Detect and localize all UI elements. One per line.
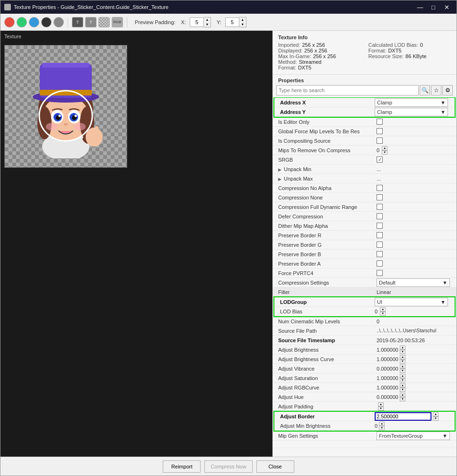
adj-brightness-down[interactable]: ▼: [400, 350, 405, 354]
properties-scroll[interactable]: Address X Clamp ▼ Address Y: [272, 97, 457, 457]
toolbar-btn-rgb[interactable]: RGB: [112, 17, 123, 27]
adj-border-up[interactable]: ▲: [433, 412, 439, 416]
app-icon: [4, 4, 11, 10]
prop-value-adj-saturation: 1.000000 ▲ ▼: [377, 374, 455, 382]
prop-row-srgb: SRGB: [272, 155, 457, 164]
prop-value-unpack-min: ...: [377, 166, 455, 172]
prop-value-adj-rgbcurve: 1.000000 ▲ ▼: [377, 383, 455, 392]
is-editor-only-checkbox[interactable]: [377, 119, 383, 125]
srgb-checkbox[interactable]: [377, 156, 383, 163]
defer-comp-checkbox[interactable]: [377, 213, 383, 219]
mip-gen-arrow: ▼: [442, 433, 448, 439]
y-spin-down[interactable]: ▼: [239, 22, 246, 27]
bookmark-button[interactable]: ☆: [431, 85, 441, 95]
x-spin-up[interactable]: ▲: [204, 17, 211, 22]
x-spin-down[interactable]: ▼: [204, 22, 211, 27]
displayed-value: 256 x 256: [304, 48, 327, 53]
adj-padding-down[interactable]: ▼: [378, 407, 384, 411]
lodgroup-arrow: ▼: [440, 299, 446, 305]
mip-gen-dropdown[interactable]: FromTextureGroup ▼: [377, 432, 450, 440]
mips-remove-up[interactable]: ▲: [382, 146, 387, 150]
adj-vibrance-down[interactable]: ▼: [400, 369, 405, 373]
toolbar-btn-blue[interactable]: [29, 17, 39, 27]
adj-min-brightness-up[interactable]: ▲: [379, 422, 385, 426]
prop-row-preserve-a: Preserve Border A: [272, 259, 457, 268]
preserve-a-checkbox[interactable]: [377, 260, 383, 267]
toolbar-btn-red[interactable]: [4, 17, 15, 27]
mips-remove-down[interactable]: ▼: [382, 150, 387, 155]
svg-point-21: [74, 123, 86, 130]
adj-rgbcurve-down[interactable]: ▼: [400, 388, 405, 392]
padding-x-input[interactable]: ▲ ▼: [190, 17, 211, 27]
lodgroup-dropdown[interactable]: UI ▼: [375, 298, 448, 306]
prop-row-preserve-b: Preserve Border B: [272, 250, 457, 259]
toolbar-btn-texture2[interactable]: T: [85, 17, 97, 27]
adj-hue-down[interactable]: ▼: [400, 397, 405, 401]
comp-settings-dropdown[interactable]: Default ▼: [377, 278, 450, 287]
adj-min-brightness-down[interactable]: ▼: [379, 426, 385, 430]
prop-name-num-cinematic: Num Cinematic Mip Levels: [274, 319, 377, 324]
properties-section: Properties 🔍 ☆ ⚙ Address X Clam: [272, 75, 457, 457]
adj-vibrance-up[interactable]: ▲: [400, 364, 405, 369]
reimport-button[interactable]: Reimport: [163, 460, 201, 473]
prop-row-empty1: [272, 441, 457, 448]
close-button[interactable]: ✕: [440, 2, 453, 12]
adj-padding-up[interactable]: ▲: [378, 402, 384, 407]
preserve-b-checkbox[interactable]: [377, 251, 383, 257]
format-right-value: DXT5: [388, 48, 401, 53]
prop-value-preserve-g: [377, 242, 455, 248]
minimize-button[interactable]: —: [414, 2, 426, 12]
adj-border-spin: ▲ ▼: [433, 412, 439, 421]
address-x-dropdown[interactable]: Clamp ▼: [375, 98, 448, 107]
adj-brightness-up[interactable]: ▲: [400, 346, 405, 350]
lod-bias-up[interactable]: ▲: [380, 307, 386, 312]
prop-row-filter: Filter Linear: [272, 287, 457, 297]
prop-name-unpack-min: ▶ Unpack Min: [274, 166, 377, 172]
address-y-value: Clamp: [377, 109, 392, 115]
adj-border-down[interactable]: ▼: [433, 416, 439, 421]
adj-hue-up[interactable]: ▲: [400, 393, 405, 397]
address-y-dropdown[interactable]: Clamp ▼: [375, 108, 448, 116]
prop-value-srgb: [377, 156, 455, 163]
padding-y-input[interactable]: ▲ ▼: [225, 17, 246, 27]
adj-saturation-up[interactable]: ▲: [400, 374, 405, 378]
adj-rgbcurve-up[interactable]: ▲: [400, 383, 405, 388]
adj-brightness-curve-up[interactable]: ▲: [400, 355, 405, 359]
search-bar: 🔍 ☆ ⚙: [272, 85, 457, 97]
toolbar-btn-texture[interactable]: T: [72, 17, 83, 27]
preserve-g-checkbox[interactable]: [377, 242, 383, 248]
filter-button[interactable]: ⚙: [442, 85, 453, 95]
lod-bias-down[interactable]: ▼: [380, 312, 386, 316]
comp-none-checkbox[interactable]: [377, 194, 383, 200]
y-value-input[interactable]: [225, 17, 239, 27]
y-spin-up[interactable]: ▲: [239, 17, 246, 22]
adj-brightness-curve-down[interactable]: ▼: [400, 359, 405, 363]
lod-bias-label: Calculated LOD Bias:: [369, 42, 418, 48]
comp-full-dynamic-checkbox[interactable]: [377, 204, 383, 210]
compress-now-button[interactable]: Compress Now: [204, 460, 252, 473]
toolbar-btn-green[interactable]: [17, 17, 27, 27]
prop-row-mips-remove: Mips To Remove On Compress 0 ▲ ▼: [272, 146, 457, 155]
toolbar-btn-dark[interactable]: [41, 17, 52, 27]
toolbar-btn-grey[interactable]: [53, 17, 64, 27]
close-window-button[interactable]: Close: [256, 460, 294, 473]
dither-mip-checkbox[interactable]: [377, 223, 383, 229]
prop-row-force-pvrtc4: Force PVRTC4: [272, 268, 457, 278]
adj-border-input[interactable]: [375, 412, 431, 421]
toolbar-btn-checker[interactable]: [98, 17, 110, 27]
prop-name-preserve-b: Preserve Border B: [274, 251, 377, 257]
x-value-input[interactable]: [190, 17, 204, 27]
comp-no-alpha-checkbox[interactable]: [377, 185, 383, 191]
compositing-checkbox[interactable]: [377, 138, 383, 144]
svg-point-17: [59, 115, 61, 117]
preserve-r-checkbox[interactable]: [377, 232, 383, 238]
prop-name-address-y: Address Y: [276, 109, 375, 115]
search-input[interactable]: [276, 85, 419, 95]
prop-row-defer-comp: Defer Compression: [272, 212, 457, 221]
force-pvrtc4-checkbox[interactable]: [377, 270, 383, 276]
prop-row-adj-hue: Adjust Hue 0.000000 ▲ ▼: [272, 392, 457, 402]
maximize-button[interactable]: □: [427, 2, 439, 12]
global-force-checkbox[interactable]: [377, 128, 383, 134]
search-button[interactable]: 🔍: [420, 85, 430, 95]
adj-saturation-down[interactable]: ▼: [400, 378, 405, 382]
